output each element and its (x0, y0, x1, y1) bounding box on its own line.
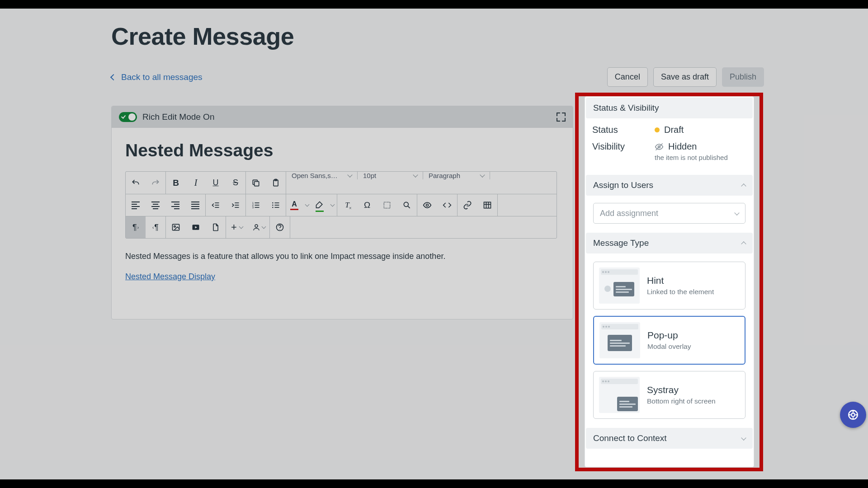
insert-video-button[interactable] (186, 216, 206, 238)
text-color-button[interactable]: A (286, 194, 302, 216)
chevron-down-icon (480, 172, 485, 177)
svg-rect-25 (484, 202, 491, 208)
text-color-dropdown[interactable] (302, 194, 311, 216)
font-size-select[interactable]: 10pt (358, 172, 423, 179)
unordered-list-button[interactable] (266, 194, 286, 216)
insert-user-button[interactable] (248, 216, 269, 238)
insert-file-button[interactable] (206, 216, 226, 238)
font-family-select[interactable]: Open Sans,s… (286, 172, 358, 179)
svg-point-39 (851, 413, 855, 417)
message-type-popup[interactable]: Pop-up Modal overlay (593, 316, 745, 365)
type-title: Hint (647, 275, 714, 286)
cancel-button[interactable]: Cancel (607, 67, 648, 87)
underline-button[interactable]: U (206, 172, 226, 194)
font-size-value: 10pt (363, 172, 376, 179)
indent-button[interactable] (226, 194, 245, 216)
font-family-value: Open Sans,s… (292, 172, 338, 179)
hint-thumbnail-icon (599, 267, 640, 304)
message-type-header[interactable]: Message Type (586, 233, 753, 253)
redo-button[interactable] (146, 172, 165, 194)
back-to-messages-link[interactable]: Back to all messages (111, 72, 203, 82)
source-code-button[interactable] (437, 194, 457, 216)
search-button[interactable] (397, 194, 417, 216)
save-draft-button[interactable]: Save as draft (653, 67, 717, 87)
section-header-label: Connect to Context (593, 433, 667, 443)
help-fab-button[interactable] (840, 402, 866, 428)
italic-button[interactable]: I (186, 172, 206, 194)
svg-point-19 (272, 205, 274, 206)
publish-button[interactable]: Publish (722, 67, 764, 87)
message-type-hint[interactable]: Hint Linked to the element (593, 262, 745, 310)
connect-context-header[interactable]: Connect to Context (586, 428, 753, 449)
outdent-button[interactable] (206, 194, 226, 216)
svg-point-20 (272, 207, 274, 208)
highlight-color-button[interactable] (311, 194, 328, 216)
section-header-label: Message Type (593, 238, 649, 248)
status-dot-icon (655, 127, 660, 132)
clear-formatting-button[interactable]: T× (337, 194, 357, 216)
align-justify-button[interactable] (185, 194, 205, 216)
svg-point-35 (279, 229, 280, 230)
insert-image-button[interactable] (166, 216, 186, 238)
align-center-button[interactable] (146, 194, 165, 216)
select-all-button[interactable] (377, 194, 397, 216)
block-format-value: Paragraph (429, 172, 460, 179)
svg-point-30 (174, 226, 175, 227)
svg-rect-0 (255, 181, 259, 186)
special-char-button[interactable]: Ω (357, 194, 377, 216)
svg-point-18 (272, 202, 274, 204)
ordered-list-button[interactable]: 123 (246, 194, 266, 216)
expand-icon[interactable] (557, 113, 566, 122)
strikethrough-button[interactable]: S (226, 172, 245, 194)
visibility-label: Visibility (592, 141, 655, 152)
visibility-note: the item is not published (655, 154, 728, 161)
nested-message-display-link[interactable]: Nested Message Display (125, 272, 215, 281)
editor-panel: Rich Edit Mode On Nested Messages (111, 106, 573, 319)
undo-button[interactable] (126, 172, 146, 194)
type-desc: Modal overlay (647, 343, 691, 351)
align-right-button[interactable] (165, 194, 185, 216)
type-desc: Linked to the element (647, 288, 714, 296)
popup-thumbnail-icon (599, 322, 640, 358)
svg-rect-21 (384, 202, 390, 208)
systray-thumbnail-icon (599, 377, 640, 413)
paste-button[interactable] (266, 172, 286, 194)
status-visibility-header[interactable]: Status & Visibility (586, 98, 753, 118)
help-button[interactable] (270, 216, 290, 238)
editor-content-heading[interactable]: Nested Messages (125, 141, 559, 160)
type-title: Systray (647, 385, 716, 395)
assign-users-header[interactable]: Assign to Users (586, 175, 753, 196)
svg-point-24 (426, 204, 429, 206)
preview-button[interactable] (417, 194, 437, 216)
chevron-up-icon (741, 241, 746, 246)
editor-toolbar: B I U S (125, 171, 557, 239)
status-label: Status (592, 125, 655, 135)
chevron-left-icon (110, 74, 117, 80)
section-header-label: Status & Visibility (593, 103, 659, 113)
editor-content-area[interactable]: Nested Messages is a feature that allows… (125, 250, 559, 283)
copy-button[interactable] (246, 172, 266, 194)
highlight-color-dropdown[interactable] (328, 194, 337, 216)
insert-more-button[interactable]: + (226, 216, 248, 238)
insert-link-button[interactable] (458, 194, 477, 216)
status-value: Draft (664, 125, 684, 135)
ltr-button[interactable]: ¶› (126, 216, 146, 238)
chevron-up-icon (741, 183, 746, 188)
bold-button[interactable]: B (166, 172, 186, 194)
rich-edit-toggle[interactable] (119, 112, 137, 122)
block-format-select[interactable]: Paragraph (423, 172, 490, 179)
chevron-down-icon (413, 172, 418, 177)
eye-off-icon (655, 142, 664, 151)
chevron-down-icon (734, 210, 739, 215)
rtl-button[interactable]: ‹¶ (146, 216, 165, 238)
rich-edit-mode-label: Rich Edit Mode On (142, 112, 214, 122)
insert-table-button[interactable] (477, 194, 497, 216)
back-link-label: Back to all messages (121, 72, 203, 82)
visibility-value: Hidden (668, 141, 697, 152)
editor-body-text: Nested Messages is a feature that allows… (125, 250, 559, 263)
message-type-systray[interactable]: Systray Bottom right of screen (593, 371, 745, 419)
align-left-button[interactable] (126, 194, 146, 216)
page-title: Create Message (111, 22, 764, 50)
chevron-down-icon (741, 435, 746, 440)
add-assignment-select[interactable]: Add assignment (593, 203, 745, 224)
